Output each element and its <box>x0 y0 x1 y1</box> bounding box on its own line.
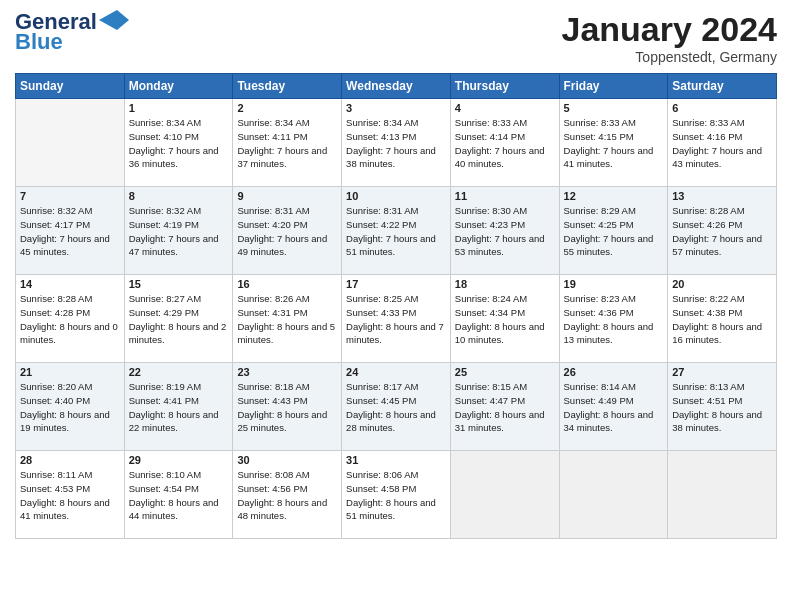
sunrise: Sunrise: 8:32 AM <box>129 204 229 218</box>
cell-info: Sunrise: 8:08 AM Sunset: 4:56 PM Dayligh… <box>237 468 337 523</box>
sunset: Sunset: 4:41 PM <box>129 394 229 408</box>
sunrise: Sunrise: 8:15 AM <box>455 380 555 394</box>
daylight: Daylight: 8 hours and 13 minutes. <box>564 320 664 348</box>
cell-info: Sunrise: 8:31 AM Sunset: 4:22 PM Dayligh… <box>346 204 446 259</box>
sunrise: Sunrise: 8:34 AM <box>346 116 446 130</box>
sunrise: Sunrise: 8:23 AM <box>564 292 664 306</box>
daylight: Daylight: 8 hours and 28 minutes. <box>346 408 446 436</box>
table-row: 3 Sunrise: 8:34 AM Sunset: 4:13 PM Dayli… <box>342 99 451 187</box>
table-row: 25 Sunrise: 8:15 AM Sunset: 4:47 PM Dayl… <box>450 363 559 451</box>
sunrise: Sunrise: 8:17 AM <box>346 380 446 394</box>
daylight: Daylight: 7 hours and 36 minutes. <box>129 144 229 172</box>
daylight: Daylight: 8 hours and 34 minutes. <box>564 408 664 436</box>
day-number: 18 <box>455 278 555 290</box>
daylight: Daylight: 8 hours and 41 minutes. <box>20 496 120 524</box>
sunrise: Sunrise: 8:19 AM <box>129 380 229 394</box>
table-row: 7 Sunrise: 8:32 AM Sunset: 4:17 PM Dayli… <box>16 187 125 275</box>
cell-info: Sunrise: 8:13 AM Sunset: 4:51 PM Dayligh… <box>672 380 772 435</box>
day-number: 17 <box>346 278 446 290</box>
day-number: 14 <box>20 278 120 290</box>
day-number: 22 <box>129 366 229 378</box>
cell-info: Sunrise: 8:28 AM Sunset: 4:26 PM Dayligh… <box>672 204 772 259</box>
sunset: Sunset: 4:56 PM <box>237 482 337 496</box>
daylight: Daylight: 7 hours and 57 minutes. <box>672 232 772 260</box>
daylight: Daylight: 8 hours and 44 minutes. <box>129 496 229 524</box>
daylight: Daylight: 7 hours and 53 minutes. <box>455 232 555 260</box>
day-number: 25 <box>455 366 555 378</box>
table-row: 24 Sunrise: 8:17 AM Sunset: 4:45 PM Dayl… <box>342 363 451 451</box>
sunrise: Sunrise: 8:27 AM <box>129 292 229 306</box>
col-monday: Monday <box>124 74 233 99</box>
day-number: 23 <box>237 366 337 378</box>
table-row: 2 Sunrise: 8:34 AM Sunset: 4:11 PM Dayli… <box>233 99 342 187</box>
title-block: January 2024 Toppenstedt, Germany <box>562 10 778 65</box>
cell-info: Sunrise: 8:33 AM Sunset: 4:15 PM Dayligh… <box>564 116 664 171</box>
sunrise: Sunrise: 8:13 AM <box>672 380 772 394</box>
day-number: 10 <box>346 190 446 202</box>
col-friday: Friday <box>559 74 668 99</box>
cell-info: Sunrise: 8:34 AM Sunset: 4:10 PM Dayligh… <box>129 116 229 171</box>
daylight: Daylight: 8 hours and 19 minutes. <box>20 408 120 436</box>
table-row: 27 Sunrise: 8:13 AM Sunset: 4:51 PM Dayl… <box>668 363 777 451</box>
sunset: Sunset: 4:13 PM <box>346 130 446 144</box>
header: General Blue January 2024 Toppenstedt, G… <box>15 10 777 65</box>
table-row: 13 Sunrise: 8:28 AM Sunset: 4:26 PM Dayl… <box>668 187 777 275</box>
table-row: 10 Sunrise: 8:31 AM Sunset: 4:22 PM Dayl… <box>342 187 451 275</box>
cell-info: Sunrise: 8:33 AM Sunset: 4:14 PM Dayligh… <box>455 116 555 171</box>
sunrise: Sunrise: 8:25 AM <box>346 292 446 306</box>
cell-info: Sunrise: 8:32 AM Sunset: 4:19 PM Dayligh… <box>129 204 229 259</box>
daylight: Daylight: 7 hours and 41 minutes. <box>564 144 664 172</box>
logo-blue-text: Blue <box>15 30 63 54</box>
daylight: Daylight: 8 hours and 16 minutes. <box>672 320 772 348</box>
sunrise: Sunrise: 8:20 AM <box>20 380 120 394</box>
cell-info: Sunrise: 8:29 AM Sunset: 4:25 PM Dayligh… <box>564 204 664 259</box>
day-number: 8 <box>129 190 229 202</box>
table-row: 6 Sunrise: 8:33 AM Sunset: 4:16 PM Dayli… <box>668 99 777 187</box>
day-number: 15 <box>129 278 229 290</box>
cell-info: Sunrise: 8:31 AM Sunset: 4:20 PM Dayligh… <box>237 204 337 259</box>
table-row <box>559 451 668 539</box>
day-number: 31 <box>346 454 446 466</box>
col-thursday: Thursday <box>450 74 559 99</box>
sunset: Sunset: 4:26 PM <box>672 218 772 232</box>
location: Toppenstedt, Germany <box>562 49 778 65</box>
sunset: Sunset: 4:38 PM <box>672 306 772 320</box>
header-row: Sunday Monday Tuesday Wednesday Thursday… <box>16 74 777 99</box>
calendar-row: 1 Sunrise: 8:34 AM Sunset: 4:10 PM Dayli… <box>16 99 777 187</box>
cell-info: Sunrise: 8:10 AM Sunset: 4:54 PM Dayligh… <box>129 468 229 523</box>
daylight: Daylight: 7 hours and 47 minutes. <box>129 232 229 260</box>
sunset: Sunset: 4:16 PM <box>672 130 772 144</box>
cell-info: Sunrise: 8:32 AM Sunset: 4:17 PM Dayligh… <box>20 204 120 259</box>
sunset: Sunset: 4:47 PM <box>455 394 555 408</box>
cell-info: Sunrise: 8:34 AM Sunset: 4:11 PM Dayligh… <box>237 116 337 171</box>
day-number: 3 <box>346 102 446 114</box>
day-number: 6 <box>672 102 772 114</box>
daylight: Daylight: 8 hours and 10 minutes. <box>455 320 555 348</box>
day-number: 30 <box>237 454 337 466</box>
month-title: January 2024 <box>562 10 778 49</box>
sunset: Sunset: 4:19 PM <box>129 218 229 232</box>
table-row: 20 Sunrise: 8:22 AM Sunset: 4:38 PM Dayl… <box>668 275 777 363</box>
day-number: 4 <box>455 102 555 114</box>
table-row: 22 Sunrise: 8:19 AM Sunset: 4:41 PM Dayl… <box>124 363 233 451</box>
table-row: 15 Sunrise: 8:27 AM Sunset: 4:29 PM Dayl… <box>124 275 233 363</box>
day-number: 19 <box>564 278 664 290</box>
sunrise: Sunrise: 8:24 AM <box>455 292 555 306</box>
sunset: Sunset: 4:51 PM <box>672 394 772 408</box>
sunset: Sunset: 4:23 PM <box>455 218 555 232</box>
day-number: 2 <box>237 102 337 114</box>
calendar-row: 7 Sunrise: 8:32 AM Sunset: 4:17 PM Dayli… <box>16 187 777 275</box>
calendar: Sunday Monday Tuesday Wednesday Thursday… <box>15 73 777 539</box>
table-row: 18 Sunrise: 8:24 AM Sunset: 4:34 PM Dayl… <box>450 275 559 363</box>
daylight: Daylight: 7 hours and 51 minutes. <box>346 232 446 260</box>
table-row: 30 Sunrise: 8:08 AM Sunset: 4:56 PM Dayl… <box>233 451 342 539</box>
day-number: 5 <box>564 102 664 114</box>
cell-info: Sunrise: 8:19 AM Sunset: 4:41 PM Dayligh… <box>129 380 229 435</box>
sunset: Sunset: 4:54 PM <box>129 482 229 496</box>
sunrise: Sunrise: 8:33 AM <box>564 116 664 130</box>
sunset: Sunset: 4:22 PM <box>346 218 446 232</box>
sunrise: Sunrise: 8:06 AM <box>346 468 446 482</box>
cell-info: Sunrise: 8:30 AM Sunset: 4:23 PM Dayligh… <box>455 204 555 259</box>
daylight: Daylight: 8 hours and 7 minutes. <box>346 320 446 348</box>
cell-info: Sunrise: 8:15 AM Sunset: 4:47 PM Dayligh… <box>455 380 555 435</box>
